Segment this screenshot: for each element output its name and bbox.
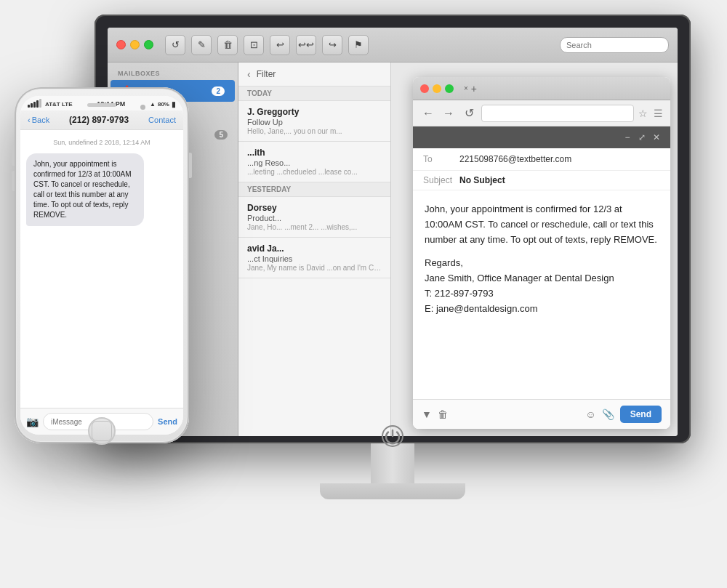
reply-all-button[interactable]: ↩↩ [296, 35, 316, 55]
location-icon: ▲ [150, 101, 156, 108]
email-subject-3: Product... [247, 214, 382, 222]
email-preview-3: Jane, Ho... ...ment 2... ...wishes,... [247, 223, 382, 231]
browser-minimize-button[interactable] [433, 84, 441, 93]
status-right: ▲ 80% ▮ [150, 100, 176, 108]
email-subject-4: ...ct Inquiries [247, 254, 382, 263]
battery-icon: ▮ [172, 100, 176, 108]
iphone-contact-button[interactable]: Contact [148, 116, 176, 124]
email-preview: Hello, Jane,... you on our m... [247, 127, 382, 135]
email-resize-icon[interactable]: ⤢ [637, 132, 647, 142]
iphone-power-button[interactable] [189, 153, 192, 178]
email-list-header: ‹ Filter [238, 63, 390, 86]
iphone-speaker [87, 103, 116, 107]
email-subject: Follow Up [247, 118, 382, 126]
mailboxes-label: MAILBOXES [108, 63, 238, 80]
iphone-home-inner [92, 421, 112, 441]
browser-traffic-lights [420, 84, 454, 93]
email-sender-name-3: Dorsey [247, 203, 382, 213]
message-date-label: Sun, undefined 2 2018, 12:14 AM [26, 139, 177, 146]
iphone-navbar: ‹ Back (212) 897-9793 Contact [20, 110, 183, 130]
refresh-button[interactable]: ↺ [165, 35, 185, 55]
delete-button[interactable]: 🗑 [217, 35, 238, 55]
monitor-stand-neck [371, 443, 414, 483]
iphone-camera [140, 105, 145, 110]
email-to-row: To 2215098766@textbetter.com [413, 148, 670, 171]
tab-add-icon[interactable]: + [471, 83, 477, 94]
email-preview-4: Jane, My name is David ...on and I'm CEO… [247, 264, 382, 272]
back-label: Back [32, 116, 49, 124]
iphone-volume-up-button[interactable] [12, 145, 15, 166]
email-item-2[interactable]: ...ith ...ng Reso... ...leeting ...chedu… [238, 142, 390, 182]
refresh-nav-button[interactable]: ↺ [461, 106, 477, 120]
browser-close-button[interactable] [420, 84, 429, 93]
email-list: ‹ Filter TODAY J. Greggorty Follow Up He… [238, 63, 391, 436]
email-close-icon[interactable]: ✕ [651, 132, 662, 142]
trash-icon[interactable]: 🗑 [438, 408, 448, 420]
iphone-back-button[interactable]: ‹ Back [28, 116, 49, 124]
email-content-area: × + ← → ↺ ☆ ☰ [391, 63, 678, 436]
to-value: 2215098766@textbetter.com [459, 154, 571, 164]
minimize-button[interactable] [130, 40, 140, 49]
iphone-screen: AT&T LTE 12:14 PM ▲ 80% ▮ ‹ Back (212) 8… [20, 96, 183, 435]
browser-tab-bar: × + [464, 83, 477, 94]
email-body-paragraph-2: Regards, Jane Smith, Office Manager at D… [425, 256, 659, 316]
email-compose-footer: ▼ 🗑 ☺ 📎 Send [413, 399, 670, 429]
forward-button[interactable]: ↪ [322, 35, 342, 55]
email-preview-2: ...leeting ...chedueled ...lease co... [247, 168, 382, 176]
email-body-paragraph-1: John, your appointment is confirmed for … [425, 202, 659, 247]
browser-maximize-button[interactable] [445, 84, 454, 93]
email-message-body: John, your appointment is confirmed for … [413, 190, 670, 399]
back-chevron-icon[interactable]: ‹ [247, 68, 251, 80]
url-bar[interactable] [481, 105, 634, 122]
email-minimize-icon[interactable]: − [622, 132, 632, 142]
monitor-stand-base [320, 483, 465, 499]
mail-app: ↺ ✎ 🗑 ⊡ ↩ ↩↩ ↪ ⚑ MAILBOXES [108, 28, 678, 436]
send-button[interactable]: Send [620, 406, 662, 423]
email-sender-name-4: avid Ja... [247, 243, 382, 254]
filter-label[interactable]: Filter [257, 69, 276, 79]
email-item-dorsey[interactable]: Dorsey Product... Jane, Ho... ...ment 2.… [238, 197, 390, 238]
attachment-icon[interactable]: 📎 [602, 408, 614, 420]
camera-icon[interactable]: 📷 [26, 416, 39, 427]
iphone-outer: AT&T LTE 12:14 PM ▲ 80% ▮ ‹ Back (212) 8… [15, 87, 189, 443]
search-input[interactable] [560, 37, 669, 53]
browser-nav-bar: ← → ↺ ☆ ☰ [413, 100, 670, 126]
mail-body: MAILBOXES 📥 Inbox 2 📄 Drafts 📤 Out [108, 63, 678, 436]
flag-button[interactable]: ⚑ [348, 35, 369, 55]
email-window-buttons: − ⤢ ✕ [622, 132, 662, 142]
email-item-david[interactable]: avid Ja... ...ct Inquiries Jane, My name… [238, 238, 390, 278]
bookmark-icon[interactable]: ☆ [638, 108, 648, 119]
iphone: AT&T LTE 12:14 PM ▲ 80% ▮ ‹ Back (212) 8… [15, 87, 189, 451]
iphone-volume-down-button[interactable] [12, 171, 15, 191]
status-left: AT&T LTE [28, 99, 72, 109]
browser-nav-icons: ☆ ☰ [638, 108, 663, 119]
subject-label: Subject [423, 175, 459, 185]
email-sender-name: J. Greggorty [247, 107, 382, 117]
tab-close-icon[interactable]: × [464, 84, 468, 92]
browser-window: × + ← → ↺ ☆ ☰ [413, 77, 670, 429]
forward-nav-button[interactable]: → [441, 107, 457, 120]
iphone-home-button[interactable] [88, 417, 116, 445]
email-item-greggorty[interactable]: J. Greggorty Follow Up Hello, Jane,... y… [238, 101, 390, 142]
back-chevron-icon: ‹ [28, 116, 31, 124]
maximize-button[interactable] [144, 40, 153, 49]
signal-dots [28, 99, 41, 109]
imessage-send-button[interactable]: Send [158, 417, 177, 426]
mail-toolbar: ↺ ✎ 🗑 ⊡ ↩ ↩↩ ↪ ⚑ [108, 28, 678, 63]
iphone-messages: Sun, undefined 2 2018, 12:14 AM John, yo… [20, 130, 183, 408]
to-label: To [423, 154, 459, 164]
formatting-icon[interactable]: ▼ [422, 408, 432, 420]
emoji-icon[interactable]: ☺ [585, 408, 595, 420]
menu-icon[interactable]: ☰ [654, 108, 663, 119]
compose-button[interactable]: ✎ [191, 35, 212, 55]
email-sender-name-2: ...ith [247, 148, 382, 158]
carrier-label: AT&T LTE [45, 101, 72, 108]
subject-value: No Subject [459, 175, 505, 185]
reply-button[interactable]: ↩ [270, 35, 290, 55]
yesterday-section-header: YESTERDAY [238, 182, 390, 197]
close-button[interactable] [116, 40, 126, 49]
move-button[interactable]: ⊡ [244, 35, 264, 55]
browser-titlebar: × + [413, 77, 670, 100]
monitor-power-button[interactable] [379, 423, 406, 449]
back-nav-button[interactable]: ← [420, 107, 436, 120]
